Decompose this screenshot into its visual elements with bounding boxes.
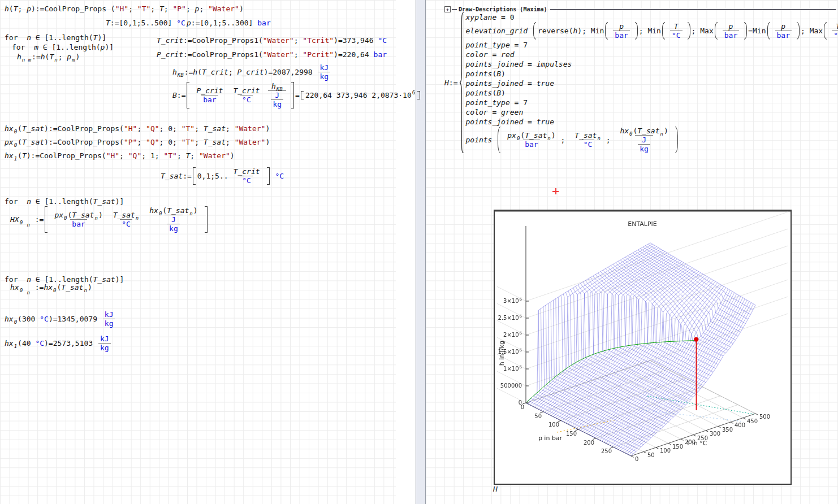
draw-row-elevation-grid[interactable]: elevation_grid reverse(h); Minpbar; MinT… [465,22,838,40]
formula-hx0-at-300C[interactable]: hx0(300 °C)=1345,0079 kJkg [5,310,116,328]
formula-T-range[interactable]: T:=[0,1;5..500] °C [106,19,185,27]
formula-HX0-matrix[interactable]: HX0 n :=px0(T_satn)barT_satn°Chx0(T_satn… [10,206,209,233]
draw-row-points-B[interactable]: points(B) [465,69,838,78]
formula-h-matrix[interactable]: hn m:=h(Tn; pm) [17,53,80,61]
formula-Pcrit[interactable]: P_crit:=CoolProp_Props1("Water"; "Pcrit"… [157,50,387,59]
draw-row-joined-true[interactable]: points_joined = true [465,79,838,88]
insertion-cursor-crosshair [552,188,559,194]
draw-row-xyplane[interactable]: xyplane = 0 [465,12,838,21]
formula-for-n-Tsat[interactable]: for n ∈ [1..length(T_sat)] [5,197,124,206]
formula-hx1-at-40C[interactable]: hx1(40 °C)=2573,5103 kJkg [5,334,112,352]
formula-for-n-Tsat-2[interactable]: for n ∈ [1..length(T_sat)] [5,275,124,284]
enthalpy-3d-plot[interactable] [495,211,791,484]
formula-hx0-vector[interactable]: hx0 n :=hx0(T_satn) [10,283,92,292]
collapse-icon[interactable]: + [444,6,451,12]
draw-row-points-saturation[interactable]: points px0(T_satn)bar; T_satn°C; hx0(T_s… [465,127,838,153]
page-divider [416,0,426,504]
formula-h-definition[interactable]: h(T; p):=CoolProp_Props ("H"; "T"; T; "P… [5,5,244,13]
formula-hx0-definition[interactable]: hx0(T_sat):=CoolProp_Props("H"; "Q"; 0; … [5,124,270,133]
maxima-area-header: + Draw-Descriptions (Maxima) [444,6,836,12]
h-assign-label: H := [444,79,457,87]
plot-region-frame[interactable] [494,210,792,485]
plot-caption: H [493,485,498,493]
draw-row-point-type[interactable]: point_type = 7 [465,40,838,49]
header-rule-left [452,9,457,10]
draw-row-color-red[interactable]: color = red [465,50,838,59]
formula-B-matrix[interactable]: B:=P_critbarT_crit°ChKBJkg=220,64 373,94… [172,82,421,108]
system-brace [459,12,464,153]
formula-for-m-p[interactable]: for m ∈ [1..length(p)] [12,43,114,51]
draw-row-point-type-2[interactable]: point_type = 7 [465,98,838,107]
area-header-title: Draw-Descriptions (Maxima) [459,6,547,12]
formula-for-n-T[interactable]: for n ∈ [1..length(T)] [5,33,106,42]
draw-row-color-green[interactable]: color = green [465,107,838,116]
formula-hKB[interactable]: hKB:=h(T_crit; P_crit)=2087,2998 kJkg [172,63,331,81]
header-rule-right [550,9,836,10]
formula-px0-definition[interactable]: px0(T_sat):=CoolProp_Props("P"; "Q"; 0; … [5,138,270,146]
formula-Tcrit[interactable]: T_crit:=CoolProp_Props1("Water"; "Tcrit"… [157,36,387,45]
page-margin [396,0,416,504]
draw-row-joined-impulses[interactable]: points_joined = impulses [465,59,838,68]
formula-H-draw-descriptions[interactable]: H := xyplane = 0 elevation_grid reverse(… [444,12,838,153]
draw-row-joined-true-2[interactable]: points_joined = true [465,117,838,126]
formula-Tsat-range[interactable]: T_sat:=0,1;5..T_crit°C °C [161,167,284,185]
formula-p-range[interactable]: p:=[0,1;5..300] bar [187,19,271,27]
formula-hx1-definition[interactable]: hx1(T):=CoolProp_Props("H"; "Q"; 1; "T";… [5,151,235,160]
draw-row-points-B-2[interactable]: points(B) [465,88,838,97]
